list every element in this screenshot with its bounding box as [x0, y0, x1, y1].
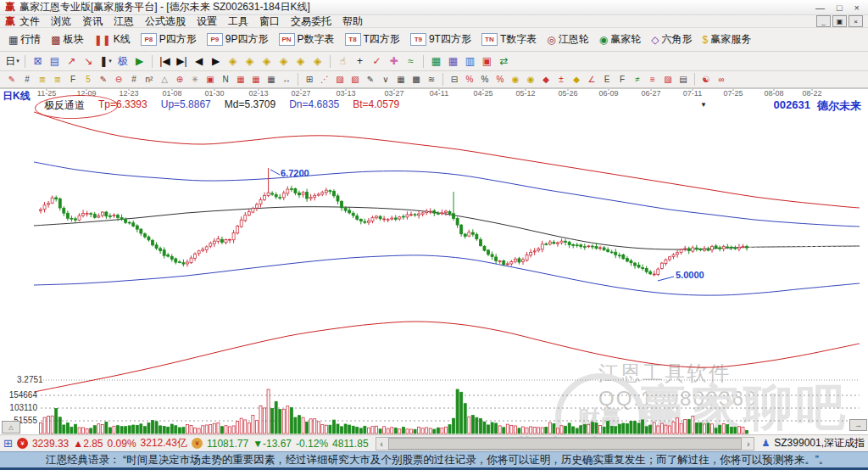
crosshair-tool-icon[interactable]: +: [352, 54, 368, 69]
scroll-left-arrow[interactable]: ‹: [376, 439, 387, 449]
gann-diamond-down-icon[interactable]: ◈: [309, 54, 326, 69]
menu-江恩[interactable]: 江恩: [114, 15, 134, 28]
gann-diamond-left-icon[interactable]: ◈: [225, 54, 241, 69]
winner-wheel-button[interactable]: ◉赢家轮: [596, 31, 644, 48]
percent-icon[interactable]: %: [477, 73, 492, 86]
menu-设置[interactable]: 设置: [197, 15, 217, 28]
mdi-close-button[interactable]: ×: [849, 15, 863, 27]
gann-diamond-x-icon[interactable]: ◈: [275, 54, 292, 69]
candle-style-icon[interactable]: ❚▾: [97, 54, 114, 69]
sync-icon[interactable]: ⇄: [496, 54, 512, 69]
menu-帮助[interactable]: 帮助: [342, 15, 363, 28]
menu-工具[interactable]: 工具: [228, 15, 248, 28]
ninet-square-button[interactable]: T99T四方形: [407, 31, 475, 48]
spreadsheet-icon[interactable]: ▦: [428, 54, 444, 69]
gann-box2-icon[interactable]: ▦: [248, 73, 264, 86]
p-table-button[interactable]: PNP数字表: [275, 31, 338, 48]
shade-red-icon[interactable]: ▨: [660, 73, 676, 86]
gann-wheel-button[interactable]: ◎江恩轮: [543, 31, 592, 48]
scroll-thumb[interactable]: [388, 438, 743, 450]
mdi-restore-button[interactable]: ▣: [832, 15, 847, 27]
maximize-button[interactable]: □: [837, 3, 843, 13]
grid-box-icon[interactable]: ▦: [264, 73, 279, 86]
trend-down-icon[interactable]: ↘: [81, 54, 97, 69]
golden-section-icon[interactable]: ≣: [50, 73, 65, 86]
next-bar-icon[interactable]: ▶: [208, 54, 224, 69]
yinyang-icon[interactable]: ☯: [698, 73, 714, 86]
chart-scrollbar[interactable]: ‹ ›: [376, 437, 755, 450]
diamond-gold-icon[interactable]: ◆: [569, 73, 584, 86]
period-day-button[interactable]: 日▾: [4, 54, 20, 69]
t-table-button[interactable]: TNT数字表: [478, 31, 540, 48]
wave-lines-icon[interactable]: ≋: [424, 73, 439, 86]
gann-box-icon[interactable]: ▦: [233, 73, 248, 86]
scroll-right-arrow[interactable]: ›: [743, 439, 754, 449]
gann-diamond-up-icon[interactable]: ◈: [292, 54, 309, 69]
trend-up-icon[interactable]: ↗: [64, 54, 80, 69]
pane-split-button[interactable]: △: [2, 421, 20, 434]
save-icon[interactable]: ▣: [479, 54, 495, 69]
pen-tool-icon[interactable]: ✎: [4, 73, 19, 86]
chart-canvas[interactable]: 江恩工具软件 QQ:100800360 财赢 赢家聊吧 ▼ 日K线 11-251…: [0, 88, 868, 434]
mdi-minimize-button[interactable]: _: [816, 15, 831, 27]
gann-diamond-right-icon[interactable]: ◈: [242, 54, 258, 69]
wave5-icon[interactable]: 5: [81, 73, 96, 86]
fibonacci-icon[interactable]: F: [65, 73, 81, 86]
menu-浏览[interactable]: 浏览: [51, 15, 71, 28]
report-icon[interactable]: ▥: [462, 54, 478, 69]
menu-资讯[interactable]: 资讯: [82, 15, 103, 28]
info-panel-icon[interactable]: ▤: [47, 54, 63, 69]
gold-coin-icon[interactable]: ◉: [508, 73, 523, 86]
golden-lines-icon[interactable]: ≣: [35, 73, 50, 86]
fan-lines-icon[interactable]: ⋰: [317, 73, 332, 86]
minimize-button[interactable]: —: [815, 3, 825, 13]
last-bar-icon[interactable]: ▶|: [174, 54, 190, 69]
hand-tool-icon[interactable]: ☝: [335, 54, 351, 69]
quotes-button[interactable]: ▦行情: [5, 31, 44, 48]
e-line-icon[interactable]: E: [599, 73, 615, 86]
pencil-icon[interactable]: ✎: [363, 73, 378, 86]
n-wave-icon[interactable]: N: [218, 73, 233, 86]
tri-line-icon[interactable]: ≡: [645, 73, 660, 86]
neq-line-icon[interactable]: ≠: [630, 73, 645, 86]
balance-icon[interactable]: ±: [554, 73, 569, 86]
shade-box-icon[interactable]: ▨: [332, 73, 348, 86]
diamond-red-icon[interactable]: ◆: [538, 73, 554, 86]
angle-line-icon[interactable]: ∠: [584, 73, 599, 86]
grid-lines-icon[interactable]: #: [126, 73, 142, 86]
hexagon-button[interactable]: ◇六角形: [648, 31, 695, 48]
cycle-line-icon[interactable]: ⊖: [111, 73, 126, 86]
menu-公式选股[interactable]: 公式选股: [145, 15, 186, 28]
mark-tool-icon[interactable]: ✚: [386, 54, 402, 69]
scroll-future-button[interactable]: →: [849, 419, 867, 431]
infinity-icon[interactable]: ∞: [714, 73, 729, 86]
p-square-button[interactable]: P8P四方形: [137, 31, 200, 48]
window-layout-icon[interactable]: ⊠: [30, 54, 46, 69]
prev-bar-icon[interactable]: ◀: [191, 54, 207, 69]
triangle-tool-icon[interactable]: △: [157, 73, 172, 86]
menu-文件[interactable]: 文件: [19, 15, 40, 28]
gann-diamond-h-icon[interactable]: ◈: [259, 54, 275, 69]
rail-lines-icon[interactable]: #: [19, 73, 35, 86]
menu-窗口[interactable]: 窗口: [259, 15, 280, 28]
kline-button[interactable]: ❚❚K线: [91, 31, 134, 48]
red-pen-icon[interactable]: ✎: [96, 73, 111, 86]
playback-icon[interactable]: ▶: [131, 54, 147, 69]
channel-toggle-icon[interactable]: 极: [114, 54, 131, 69]
menu-交易委托[interactable]: 交易委托: [291, 15, 331, 28]
market-grid-icon[interactable]: ⊞: [3, 437, 13, 450]
star-tool-icon[interactable]: ✳: [187, 73, 203, 86]
ninep-square-button[interactable]: P99P四方形: [203, 31, 272, 48]
percent2-icon[interactable]: %: [492, 73, 508, 86]
calculator-icon[interactable]: ▦: [445, 54, 461, 69]
check-tool-icon[interactable]: ✓: [369, 54, 385, 69]
table-box-icon[interactable]: ▦: [393, 73, 409, 86]
ratio-box-icon[interactable]: ⊟: [447, 73, 462, 86]
winner-service-button[interactable]: $赢家服务: [698, 31, 754, 48]
percent-red-icon[interactable]: %: [462, 73, 477, 86]
close-button[interactable]: ×: [854, 3, 860, 13]
t-square-button[interactable]: T8T四方形: [342, 31, 403, 48]
panel-icon[interactable]: ▤: [676, 73, 691, 86]
shade-box2-icon[interactable]: ▧: [348, 73, 363, 86]
hspan-icon[interactable]: ↔: [279, 73, 294, 86]
